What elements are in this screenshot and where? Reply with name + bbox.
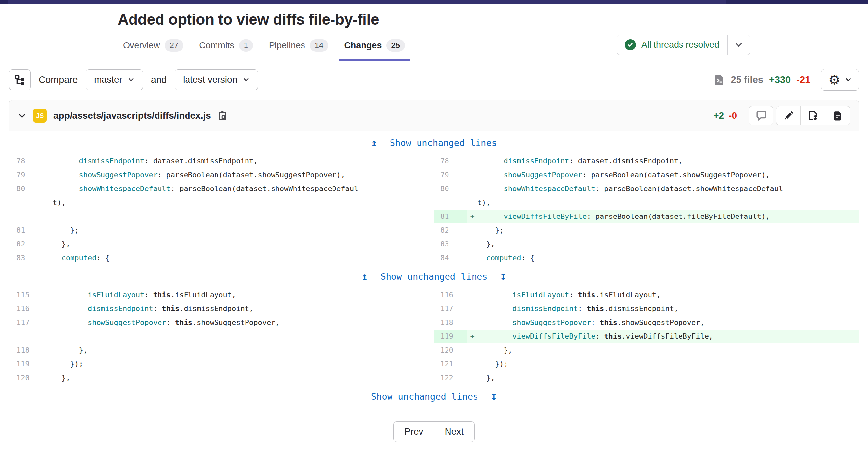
line-number-new[interactable]: 121 xyxy=(434,357,467,371)
diff-row: 81 };82 }; xyxy=(9,223,859,237)
file-additions: +2 xyxy=(713,111,724,121)
threads-resolved-label: All threads resolved xyxy=(641,40,719,50)
compare-bar: Compare master and latest version 25 fil… xyxy=(0,61,868,97)
line-number-new[interactable]: 120 xyxy=(434,343,467,357)
line-number-old[interactable]: 80 xyxy=(9,182,42,210)
show-unchanged-lines-link[interactable]: Show unchanged lines xyxy=(371,392,478,402)
tab-changes[interactable]: Changes 25 xyxy=(339,30,410,61)
top-navbar xyxy=(0,0,868,4)
line-number-old[interactable]: 83 xyxy=(9,251,42,265)
file-deletions: -0 xyxy=(728,111,737,121)
code-text: }, xyxy=(53,237,434,251)
total-deletions: -21 xyxy=(797,74,810,85)
file-path[interactable]: app/assets/javascripts/diffs/index.js xyxy=(53,111,211,121)
line-number-new[interactable]: 84 xyxy=(434,251,467,265)
collapse-file-chevron-icon[interactable] xyxy=(18,112,26,120)
mr-tabs: Overview 27 Commits 1 Pipelines 14 Chang… xyxy=(118,30,415,61)
threads-resolved-button[interactable]: All threads resolved xyxy=(617,35,727,55)
compare-versions-icon-button[interactable] xyxy=(801,106,826,125)
line-number-old[interactable]: 115 xyxy=(9,288,42,302)
line-number-new[interactable]: 80 xyxy=(434,182,467,210)
diff-row: 120 },122 }, xyxy=(9,371,859,385)
code-text: }, xyxy=(53,371,434,385)
code-text: dismissEndpoint: this.dismissEndpoint, xyxy=(477,302,859,316)
empty-gutter-cell xyxy=(9,210,42,223)
prev-file-button[interactable]: Prev xyxy=(394,422,434,442)
file-actions-group xyxy=(776,106,850,125)
added-line-marker: + xyxy=(467,330,477,343)
diff-code-line: showWhitespaceDefault: parseBoolean(data… xyxy=(42,182,434,210)
diff-code-line: }; xyxy=(467,223,859,237)
next-file-button[interactable]: Next xyxy=(434,422,475,442)
code-text: }, xyxy=(477,371,859,385)
chevron-down-icon xyxy=(127,76,135,83)
code-text: showSuggestPopover: parseBoolean(dataset… xyxy=(477,168,859,182)
line-number-old[interactable]: 118 xyxy=(9,343,42,357)
line-number-new[interactable]: 79 xyxy=(434,168,467,182)
diff-row: 119 });121 }); xyxy=(9,357,859,371)
diff-row: 119+ viewDiffsFileByFile: this.viewDiffs… xyxy=(9,330,859,343)
diff-code-line: showSuggestPopover: parseBoolean(dataset… xyxy=(42,168,434,182)
code-text: showSuggestPopover: this.showSuggestPopo… xyxy=(477,316,859,330)
compare-label: Compare xyxy=(38,74,78,85)
line-number-old[interactable]: 79 xyxy=(9,168,42,182)
line-number-new[interactable]: 122 xyxy=(434,371,467,385)
tab-changes-count: 25 xyxy=(386,39,405,52)
code-text: isFluidLayout: this.isFluidLayout, xyxy=(53,288,434,302)
line-number-old[interactable]: 120 xyxy=(9,371,42,385)
file-tree-toggle-button[interactable] xyxy=(9,69,31,90)
diff-row: 116 dismissEndpoint: this.dismissEndpoin… xyxy=(9,302,859,316)
target-version-dropdown[interactable]: latest version xyxy=(175,69,258,90)
line-number-old[interactable]: 81 xyxy=(9,223,42,237)
tab-commits-count: 1 xyxy=(239,39,253,52)
copy-icon xyxy=(217,111,227,121)
show-unchanged-lines-link[interactable]: Show unchanged lines xyxy=(390,138,497,148)
expand-up-icon[interactable]: ↥ xyxy=(371,138,377,148)
line-number-old[interactable]: 119 xyxy=(9,357,42,371)
threads-dropdown-button[interactable] xyxy=(727,35,750,55)
diff-row: 80 showWhitespaceDefault: parseBoolean(d… xyxy=(9,182,859,210)
expand-down-icon[interactable]: ↧ xyxy=(500,272,506,282)
diff-code-line: showSuggestPopover: parseBoolean(dataset… xyxy=(467,168,859,182)
diff-code-line: }, xyxy=(42,237,434,251)
top-navbar-highlight xyxy=(8,0,726,4)
chevron-down-icon xyxy=(845,76,851,83)
code-text: computed: { xyxy=(477,251,859,265)
line-number-new[interactable]: 83 xyxy=(434,237,467,251)
line-number-new[interactable]: 118 xyxy=(434,316,467,330)
expand-up-icon[interactable]: ↥ xyxy=(362,272,368,282)
diff-code-line: }; xyxy=(42,223,434,237)
show-unchanged-lines-link[interactable]: Show unchanged lines xyxy=(380,272,487,282)
line-number-new[interactable]: 81 xyxy=(434,210,467,223)
tab-commits[interactable]: Commits 1 xyxy=(194,30,258,61)
line-number-new[interactable]: 117 xyxy=(434,302,467,316)
doc-code-icon xyxy=(714,74,725,85)
line-number-new[interactable]: 82 xyxy=(434,223,467,237)
diff-hunk-2: 115 isFluidLayout: this.isFluidLayout,11… xyxy=(9,288,859,385)
tab-pipelines[interactable]: Pipelines 14 xyxy=(264,30,334,61)
diff-code-line: dismissEndpoint: this.dismissEndpoint, xyxy=(467,302,859,316)
diff-row: 118 },120 }, xyxy=(9,343,859,357)
diff-code-line: showWhitespaceDefault: parseBoolean(data… xyxy=(467,182,859,210)
edit-file-button[interactable] xyxy=(776,106,801,125)
line-number-new[interactable]: 116 xyxy=(434,288,467,302)
line-number-old[interactable]: 78 xyxy=(9,154,42,168)
chevron-down-icon xyxy=(243,76,250,83)
line-number-old[interactable]: 117 xyxy=(9,316,42,330)
compare-conjunction: and xyxy=(151,74,167,85)
toggle-comments-button[interactable] xyxy=(749,106,773,125)
line-number-old[interactable]: 82 xyxy=(9,237,42,251)
expand-down-icon[interactable]: ↧ xyxy=(491,392,497,402)
tab-overview[interactable]: Overview 27 xyxy=(118,30,188,61)
source-branch-dropdown[interactable]: master xyxy=(86,69,143,90)
line-number-new[interactable]: 119 xyxy=(434,330,467,343)
code-text: }); xyxy=(53,357,434,371)
line-number-old[interactable]: 116 xyxy=(9,302,42,316)
line-number-new[interactable]: 78 xyxy=(434,154,467,168)
view-file-button[interactable] xyxy=(826,106,850,125)
diff-settings-dropdown[interactable]: ⚙ xyxy=(821,69,859,91)
code-text: viewDiffsFileByFile: this.viewDiffsFileB… xyxy=(477,330,859,343)
tab-pipelines-label: Pipelines xyxy=(269,40,305,51)
diff-code-line: dismissEndpoint: dataset.dismissEndpoint… xyxy=(42,154,434,168)
copy-file-path-button[interactable] xyxy=(217,111,227,121)
